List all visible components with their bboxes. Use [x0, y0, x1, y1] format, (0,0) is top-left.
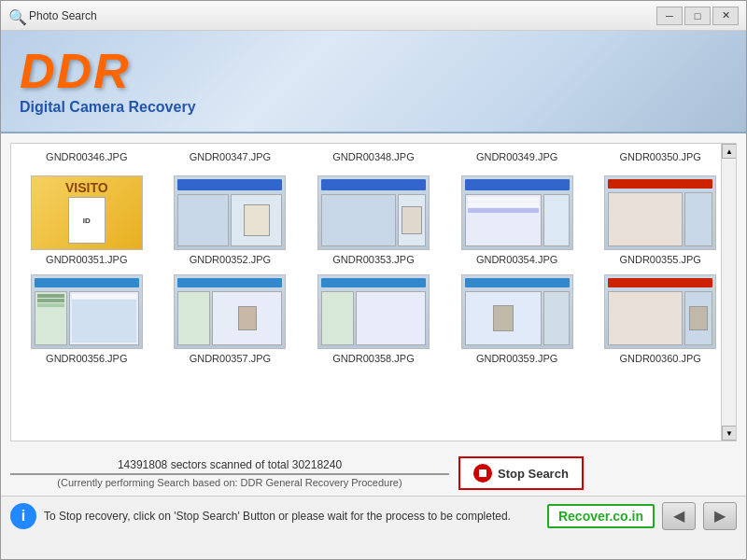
photo-grid: VISITO ID GNDR00351.JPG — [11, 166, 736, 371]
progress-area: 14391808 sectors scanned of total 302182… — [1, 451, 746, 496]
photo-thumb — [174, 274, 286, 349]
thumb-image — [32, 275, 142, 348]
photo-thumb — [174, 175, 286, 250]
top-label-2: GNDR00348.JPG — [302, 147, 445, 166]
top-row-labels: GNDR00346.JPG GNDR00347.JPG GNDR00348.JP… — [11, 144, 736, 166]
top-label-0: GNDR00346.JPG — [15, 147, 159, 166]
photo-grid-container: GNDR00346.JPG GNDR00347.JPG GNDR00348.JP… — [10, 143, 737, 441]
thumb-image — [318, 275, 429, 348]
photo-label: GNDR00352.JPG — [190, 254, 271, 265]
scroll-down-button[interactable]: ▼ — [722, 426, 737, 441]
photo-thumb — [604, 274, 716, 349]
list-item[interactable]: GNDR00356.JPG — [15, 269, 159, 368]
title-bar: 🔍 Photo Search ─ □ ✕ — [1, 1, 746, 31]
app-icon: 🔍 — [8, 8, 23, 23]
main-content: GNDR00346.JPG GNDR00347.JPG GNDR00348.JP… — [1, 133, 746, 451]
app-header: DDR Digital Camera Recovery — [1, 31, 746, 133]
info-icon: i — [10, 503, 36, 529]
photo-label: GNDR00357.JPG — [190, 353, 271, 364]
thumb-image — [605, 275, 715, 348]
photo-thumb — [31, 274, 143, 349]
forward-button[interactable]: ▶ — [703, 502, 737, 530]
thumb-image — [318, 176, 429, 249]
list-item[interactable]: VISITO ID GNDR00351.JPG — [15, 170, 159, 269]
progress-bar-container — [10, 473, 449, 475]
list-item[interactable]: GNDR00352.JPG — [159, 170, 303, 269]
thumb-image — [605, 176, 715, 249]
progress-sectors-text: 14391808 sectors scanned of total 302182… — [10, 458, 449, 471]
photo-thumb: VISITO ID — [31, 175, 143, 250]
recover-badge: Recover.co.in — [547, 504, 655, 528]
status-bar: i To Stop recovery, click on 'Stop Searc… — [1, 496, 746, 535]
thumb-image — [175, 275, 285, 348]
photo-label: GNDR00360.JPG — [619, 353, 700, 364]
thumb-image — [462, 275, 572, 348]
photo-label: GNDR00358.JPG — [332, 353, 414, 364]
maximize-button[interactable]: □ — [684, 7, 711, 25]
close-button[interactable]: ✕ — [712, 7, 739, 25]
scroll-up-button[interactable]: ▲ — [722, 144, 737, 159]
list-item[interactable]: GNDR00359.JPG — [445, 269, 589, 368]
list-item[interactable]: GNDR00355.JPG — [588, 170, 732, 269]
top-label-1: GNDR00347.JPG — [159, 147, 303, 166]
thumb-image — [462, 176, 572, 249]
top-label-3: GNDR00349.JPG — [445, 147, 589, 166]
list-item[interactable]: GNDR00353.JPG — [302, 170, 445, 269]
list-item[interactable]: GNDR00358.JPG — [302, 269, 445, 368]
stop-square — [479, 469, 486, 477]
back-button[interactable]: ◀ — [662, 502, 696, 530]
photo-label: GNDR00355.JPG — [619, 254, 700, 265]
logo-text: DDR — [20, 47, 196, 95]
stop-icon — [473, 464, 492, 483]
scrollbar[interactable]: ▲ ▼ — [721, 144, 736, 441]
stop-btn-label: Stop Search — [498, 467, 569, 481]
photo-label: GNDR00353.JPG — [332, 254, 414, 265]
progress-row: 14391808 sectors scanned of total 302182… — [10, 456, 737, 490]
logo-area: DDR Digital Camera Recovery — [20, 47, 196, 116]
stop-search-button[interactable]: Stop Search — [458, 456, 584, 490]
status-info-text: To Stop recovery, click on 'Stop Search'… — [44, 510, 540, 523]
top-label-4: GNDR00350.JPG — [588, 147, 732, 166]
photo-label: GNDR00359.JPG — [476, 353, 557, 364]
list-item[interactable]: GNDR00360.JPG — [588, 269, 732, 368]
photo-label: GNDR00351.JPG — [46, 254, 127, 265]
photo-label: GNDR00356.JPG — [46, 353, 127, 364]
photo-thumb — [317, 175, 430, 250]
thumb-image: VISITO ID — [32, 176, 142, 249]
list-item[interactable]: GNDR00354.JPG — [445, 170, 589, 269]
window-controls: ─ □ ✕ — [656, 7, 739, 25]
photo-thumb — [461, 274, 573, 349]
photo-thumb — [604, 175, 716, 250]
photo-label: GNDR00354.JPG — [476, 254, 557, 265]
app-subtitle: Digital Camera Recovery — [20, 99, 196, 116]
photo-thumb — [317, 274, 430, 349]
thumb-image — [175, 176, 285, 249]
window-title: Photo Search — [29, 9, 656, 22]
search-info-text: (Currently performing Search based on: D… — [10, 477, 449, 488]
list-item[interactable]: GNDR00357.JPG — [159, 269, 303, 368]
photo-thumb — [461, 175, 573, 250]
minimize-button[interactable]: ─ — [656, 7, 683, 25]
